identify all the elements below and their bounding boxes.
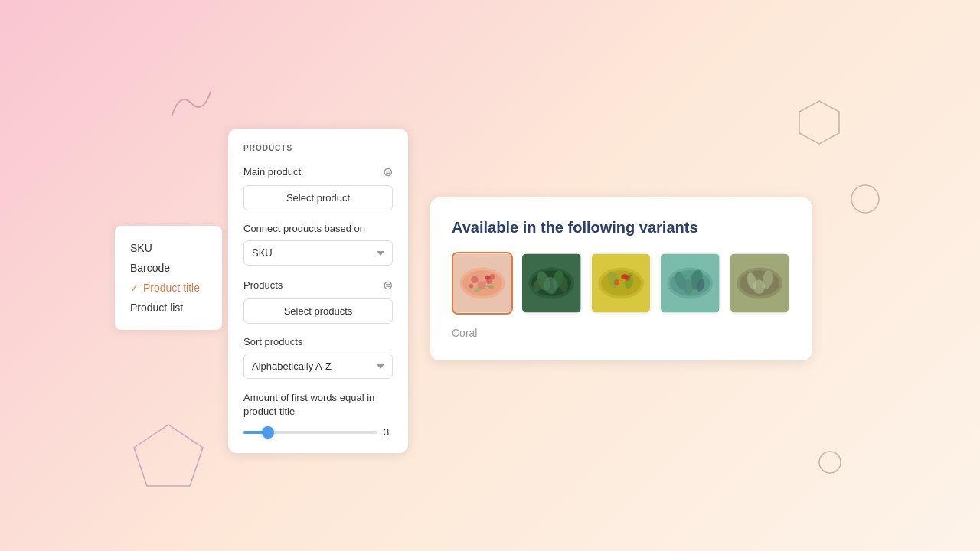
- sidebar-item-product-list[interactable]: Product list: [130, 298, 207, 318]
- variant-thumb-dark-green[interactable]: [521, 252, 582, 315]
- barcode-label: Barcode: [130, 262, 170, 274]
- connect-field-label: Connect products based on: [243, 223, 393, 234]
- svg-point-28: [614, 279, 619, 285]
- main-product-field-label: Main product ⊜: [243, 165, 393, 179]
- sidebar-item-sku[interactable]: SKU: [130, 238, 207, 258]
- sidebar-item-product-title[interactable]: ✓ Product title: [130, 278, 207, 298]
- slider-value: 3: [384, 426, 393, 438]
- svg-point-11: [490, 274, 495, 279]
- product-list-label: Product list: [130, 302, 183, 314]
- slider-thumb[interactable]: [262, 426, 274, 439]
- sort-select[interactable]: Alphabetically A-Z Alphabetically Z-A Pr…: [243, 354, 393, 379]
- svg-point-12: [485, 276, 490, 280]
- svg-point-30: [621, 274, 628, 279]
- slider-row: 3: [243, 426, 393, 438]
- svg-point-10: [469, 284, 473, 289]
- database-icon-2: ⊜: [383, 278, 393, 292]
- bg-squiggle: [165, 84, 218, 122]
- main-product-label: Main product: [243, 166, 301, 178]
- bg-circle-right: [850, 184, 880, 214]
- sidebar-item-barcode[interactable]: Barcode: [130, 258, 207, 278]
- variant-thumb-yellow[interactable]: [590, 252, 652, 315]
- variant-thumb-coral[interactable]: [452, 252, 513, 315]
- svg-point-7: [471, 276, 478, 283]
- products-label: Products: [243, 279, 283, 291]
- sku-label: SKU: [130, 242, 152, 254]
- svg-marker-0: [799, 101, 839, 144]
- bg-circle-bottom-right: [818, 450, 842, 474]
- slider-track: [243, 431, 377, 434]
- product-title-label: Product title: [143, 282, 200, 294]
- svg-marker-2: [134, 425, 203, 486]
- variants-grid: [452, 252, 790, 315]
- connect-select[interactable]: SKU Barcode Product title Product list: [243, 240, 393, 266]
- sidebar-menu: SKU Barcode ✓ Product title Product list: [115, 226, 222, 330]
- select-product-button[interactable]: Select product: [243, 185, 393, 210]
- sort-field-label: Sort products: [243, 336, 393, 347]
- bg-hexagon: [796, 99, 842, 145]
- select-products-button[interactable]: Select products: [243, 298, 393, 324]
- slider-label: Amount of first words equal in product t…: [243, 391, 393, 419]
- products-field-label: Products ⊜: [243, 278, 393, 292]
- products-panel: PRODUCTS Main product ⊜ Select product C…: [228, 129, 408, 453]
- panel-heading: PRODUCTS: [243, 144, 393, 152]
- svg-point-1: [851, 185, 879, 213]
- svg-point-3: [819, 452, 841, 473]
- sort-label: Sort products: [243, 336, 302, 347]
- connect-label: Connect products based on: [243, 223, 365, 234]
- variant-thumb-teal[interactable]: [659, 252, 720, 315]
- variants-panel: Available in the following variants: [430, 197, 812, 360]
- variant-thumb-olive[interactable]: [729, 252, 790, 315]
- database-icon: ⊜: [383, 165, 393, 179]
- variants-title: Available in the following variants: [452, 219, 790, 236]
- selected-variant-name: Coral: [452, 327, 790, 339]
- svg-point-25: [601, 270, 641, 296]
- check-icon: ✓: [130, 282, 139, 294]
- bg-pentagon: [130, 421, 207, 490]
